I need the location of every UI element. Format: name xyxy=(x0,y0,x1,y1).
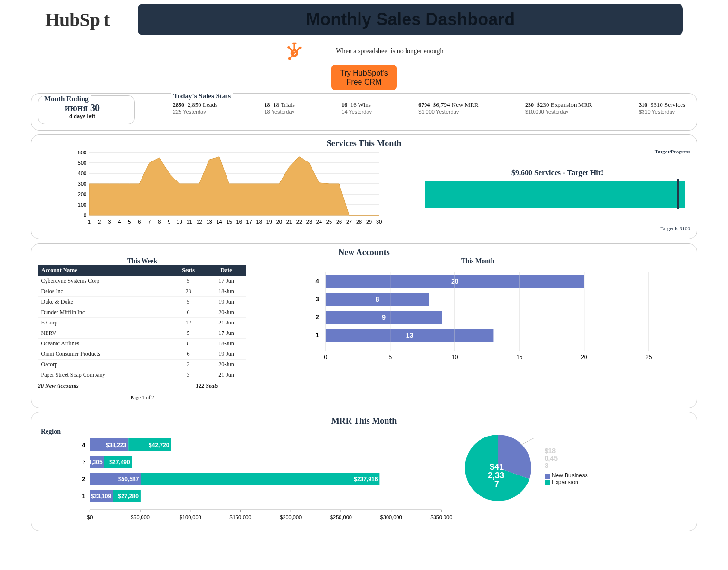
svg-text:29: 29 xyxy=(366,219,372,225)
region-label: Region xyxy=(41,428,455,436)
logo-text-tail: t xyxy=(104,9,109,31)
svg-rect-17 xyxy=(294,44,295,49)
svg-text:2,33: 2,33 xyxy=(488,471,504,480)
svg-text:5: 5 xyxy=(128,219,131,225)
accounts-foot-seats: 122 Seats xyxy=(196,380,246,390)
mrr-title: MRR This Month xyxy=(38,416,690,426)
month-ending-label: Month Ending xyxy=(42,95,91,103)
svg-text:2: 2 xyxy=(316,314,319,321)
svg-text:8: 8 xyxy=(376,295,379,303)
svg-text:600: 600 xyxy=(78,150,86,155)
svg-text:$41: $41 xyxy=(490,462,504,472)
svg-text:2: 2 xyxy=(98,219,101,225)
logo-text: HubSp xyxy=(45,9,100,31)
services-progress-bar xyxy=(425,181,690,208)
svg-text:2: 2 xyxy=(82,475,85,483)
stat-item: 2850 2,850 Leads225 Yesterday xyxy=(173,101,217,114)
svg-text:19: 19 xyxy=(266,219,272,225)
svg-text:22: 22 xyxy=(296,219,302,225)
mrr-legend: New Business Expansion xyxy=(545,472,588,485)
col-seats: Seats xyxy=(170,266,206,276)
svg-text:$350,000: $350,000 xyxy=(430,514,452,520)
svg-text:13: 13 xyxy=(206,219,212,225)
svg-text:28: 28 xyxy=(356,219,362,225)
days-left: 4 days left xyxy=(44,114,120,119)
svg-text:9: 9 xyxy=(382,314,386,321)
svg-text:$150,000: $150,000 xyxy=(230,514,252,520)
mrr-panel: MRR This Month Region 4$38,223$42,7203$1… xyxy=(31,412,697,531)
todays-sales-label: Today's Sales Stats xyxy=(171,92,233,100)
table-row: Paper Street Soap Company321-Jun xyxy=(38,370,246,380)
svg-text:300: 300 xyxy=(78,181,86,187)
svg-text:26: 26 xyxy=(336,219,342,225)
services-title: Services This Month xyxy=(38,139,690,149)
stat-item: 230 $230 Expansion MRR$10,000 Yesterday xyxy=(525,101,592,114)
svg-text:$200,000: $200,000 xyxy=(280,514,302,520)
services-panel: Services This Month 01002003004005006001… xyxy=(31,134,697,239)
svg-text:1: 1 xyxy=(88,219,91,225)
col-account: Account Name xyxy=(38,266,171,276)
svg-text:25: 25 xyxy=(326,219,332,225)
svg-text:$0: $0 xyxy=(87,514,93,520)
svg-text:3: 3 xyxy=(316,295,319,303)
svg-text:16: 16 xyxy=(236,219,242,225)
svg-text:0: 0 xyxy=(324,354,328,361)
svg-text:17: 17 xyxy=(246,219,252,225)
table-row: Cyberdyne Systems Corp517-Jun xyxy=(38,276,246,286)
svg-text:$14,305: $14,305 xyxy=(82,459,103,466)
svg-text:20: 20 xyxy=(276,219,282,225)
svg-rect-100 xyxy=(141,473,379,485)
services-headline: $9,600 Services - Target Hit! xyxy=(425,169,690,177)
svg-text:400: 400 xyxy=(78,171,86,176)
svg-text:$237,916: $237,916 xyxy=(354,476,378,483)
mrr-region-chart: 4$38,223$42,7203$14,305$27,4902$50,587$2… xyxy=(38,436,455,521)
svg-text:500: 500 xyxy=(78,160,86,166)
svg-text:3: 3 xyxy=(108,219,111,225)
table-row: Omni Consumer Products619-Jun xyxy=(38,349,246,360)
svg-text:1: 1 xyxy=(316,332,319,339)
svg-text:$100,000: $100,000 xyxy=(180,514,201,520)
svg-text:1: 1 xyxy=(82,493,85,500)
svg-text:$38,223: $38,223 xyxy=(106,442,127,448)
table-row: NERV517-Jun xyxy=(38,328,246,339)
svg-text:9: 9 xyxy=(168,219,170,225)
col-date: Date xyxy=(206,266,246,276)
new-accounts-panel: New Accounts This Week Account Name Seat… xyxy=(31,243,697,408)
services-area-chart: 0100200300400500600123456789101112131415… xyxy=(38,149,416,231)
pie-ghost-label: $18 0,45 3 xyxy=(545,447,588,469)
svg-text:23: 23 xyxy=(306,219,312,225)
svg-text:6: 6 xyxy=(138,219,141,225)
svg-text:24: 24 xyxy=(316,219,322,225)
svg-text:4: 4 xyxy=(82,441,85,448)
table-row: Dunder Mifflin Inc620-Jun xyxy=(38,307,246,318)
svg-text:10: 10 xyxy=(452,354,459,361)
svg-text:7: 7 xyxy=(148,219,151,225)
svg-text:0: 0 xyxy=(84,212,86,218)
stats-panel: Today's Sales Stats Month Ending июня 30… xyxy=(31,93,697,131)
accounts-foot-count: 20 New Accounts xyxy=(38,380,79,390)
svg-text:$300,000: $300,000 xyxy=(380,514,402,520)
stat-item: 16 16 Wins14 Yesterday xyxy=(341,101,372,114)
try-crm-button[interactable]: Try HubSpot's Free CRM xyxy=(331,65,396,90)
dashboard-title: Monthly Sales Dashboard xyxy=(306,10,515,29)
svg-text:18: 18 xyxy=(256,219,262,225)
month-ending-date: июня 30 xyxy=(44,103,120,114)
svg-text:$27,280: $27,280 xyxy=(118,493,139,500)
svg-text:21: 21 xyxy=(286,219,292,225)
this-week-label: This Week xyxy=(38,257,246,265)
header: HubSpt Monthly Sales Dashboard xyxy=(31,0,697,35)
svg-text:14: 14 xyxy=(216,219,222,225)
tagline: When a spreadsheet is no longer enough xyxy=(336,48,443,55)
accounts-pager[interactable]: Page 1 of 2 xyxy=(38,390,246,400)
sub-header: When a spreadsheet is no longer enough T… xyxy=(31,42,697,90)
svg-text:5: 5 xyxy=(389,354,392,361)
mrr-pie-chart: $412,337 xyxy=(460,426,541,507)
this-month-label: This Month xyxy=(265,257,690,265)
svg-text:$27,490: $27,490 xyxy=(109,459,130,466)
svg-text:8: 8 xyxy=(158,219,161,225)
svg-text:11: 11 xyxy=(186,219,192,225)
table-row: Oscorp220-Jun xyxy=(38,360,246,370)
month-ending-box: Month Ending июня 30 4 days left xyxy=(38,95,135,124)
stat-item: 6794 $6,794 New MRR$1,000 Yesterday xyxy=(418,101,478,114)
svg-text:$23,109: $23,109 xyxy=(91,493,112,500)
